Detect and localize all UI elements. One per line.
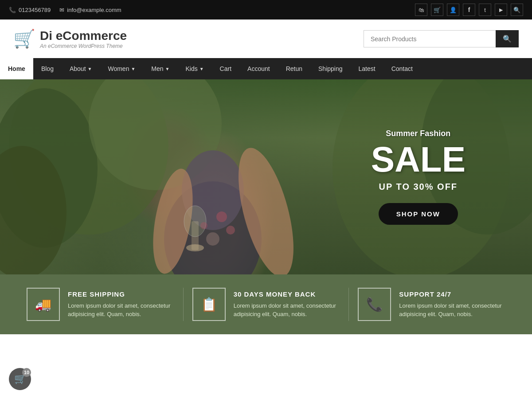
nav-account[interactable]: Account [239,58,278,79]
nav-men[interactable]: Men ▼ [143,58,177,79]
calendar-icon: 📋 [201,297,217,312]
men-dropdown-arrow: ▼ [165,66,170,71]
kids-dropdown-arrow: ▼ [200,66,204,71]
hero-content: Summer Fashion SALE UP TO 30% OFF SHOP N… [371,129,466,225]
support-description: Lorem ipsum dolor sit amet, consectetur … [399,301,505,319]
money-back-description: Lorem ipsum dolor sit amet, consectetur … [234,301,340,319]
youtube-icon[interactable]: ▶ [495,4,507,16]
header: 🛒 Di eCommerce An eCommerce WordPress Th… [0,20,532,58]
search-input[interactable] [364,30,496,47]
nav-home[interactable]: Home [0,58,33,79]
support-text: SUPPORT 24/7 Lorem ipsum dolor sit amet,… [399,290,505,319]
support-title: SUPPORT 24/7 [399,290,505,298]
search-button[interactable]: 🔍 [496,30,519,47]
money-back-icon-box: 📋 [192,288,226,321]
phone-info: 📞 0123456789 [9,7,51,13]
logo-cart-icon: 🛒 [13,28,35,49]
shipping-icon-box: 🚚 [27,288,60,321]
nav-cart[interactable]: Cart [212,58,239,79]
about-dropdown-arrow: ▼ [88,66,92,71]
phone-number: 0123456789 [19,7,51,13]
topbar-contact: 📞 0123456789 ✉ info@example.comm [9,7,121,13]
twitter-icon[interactable]: t [479,4,491,16]
phone-icon: 📞 [9,7,16,13]
logo-title: Di eCommerce [40,29,127,43]
shop-now-button[interactable]: SHOP NOW [379,203,458,225]
support-icon-box: 📞 [358,288,391,321]
cart-icon-top[interactable]: 🛒 [431,4,443,16]
feature-free-shipping: 🚚 FREE SHIPPING Lorem ipsum dolor sit am… [18,288,184,321]
features-bar: 🚚 FREE SHIPPING Lorem ipsum dolor sit am… [0,274,532,334]
nav-about[interactable]: About ▼ [62,58,100,79]
feature-money-back: 📋 30 DAYS MONEY BACK Lorem ipsum dolor s… [184,288,349,321]
nav-return[interactable]: Retun [278,58,310,79]
women-dropdown-arrow: ▼ [131,66,135,71]
topbar: 📞 0123456789 ✉ info@example.comm 🛍 🛒 👤 f… [0,0,532,20]
facebook-icon[interactable]: f [463,4,475,16]
search-bar[interactable]: 🔍 [364,30,519,47]
nav-blog[interactable]: Blog [33,58,62,79]
nav-latest[interactable]: Latest [351,58,383,79]
phone-support-icon: 📞 [366,297,383,312]
logo[interactable]: 🛒 Di eCommerce An eCommerce WordPress Th… [13,28,127,49]
topbar-icons: 🛍 🛒 👤 f t ▶ 🔍 [415,4,523,16]
money-back-text: 30 DAYS MONEY BACK Lorem ipsum dolor sit… [234,290,340,319]
email-icon: ✉ [59,7,64,13]
hero-discount: UP TO 30% OFF [371,182,466,192]
search-icon-top[interactable]: 🔍 [511,4,523,16]
money-back-title: 30 DAYS MONEY BACK [234,290,340,298]
nav-kids[interactable]: Kids ▼ [177,58,211,79]
nav-shipping[interactable]: Shipping [310,58,351,79]
nav-contact[interactable]: Contact [383,58,421,79]
nav-women[interactable]: Women ▼ [100,58,143,79]
wishlist-icon[interactable]: 🛍 [415,4,427,16]
hero-subtitle: Summer Fashion [371,129,466,138]
account-icon-top[interactable]: 👤 [447,4,459,16]
hero-section: Summer Fashion SALE UP TO 30% OFF SHOP N… [0,79,532,274]
shipping-text: FREE SHIPPING Lorem ipsum dolor sit amet… [68,290,174,319]
hero-title: SALE [371,142,466,177]
email-info: ✉ info@example.comm [59,7,121,13]
feature-support: 📞 SUPPORT 24/7 Lorem ipsum dolor sit ame… [349,288,514,321]
shipping-description: Lorem ipsum dolor sit amet, consectetur … [68,301,174,319]
logo-subtitle: An eCommerce WordPress Theme [40,43,127,49]
truck-icon: 🚚 [35,297,51,312]
logo-text: Di eCommerce An eCommerce WordPress Them… [40,29,127,49]
email-address: info@example.comm [67,7,121,13]
shipping-title: FREE SHIPPING [68,290,174,298]
main-nav: Home Blog About ▼ Women ▼ Men ▼ Kids ▼ C… [0,58,532,79]
